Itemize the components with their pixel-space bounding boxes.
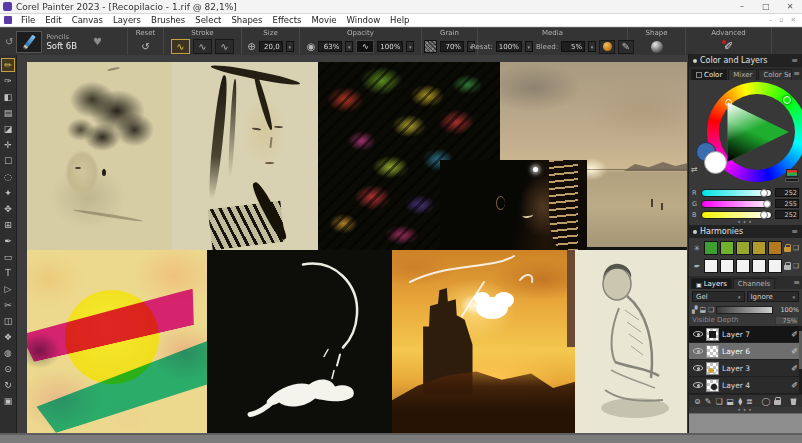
size-field[interactable]: 20,0 [259, 41, 283, 52]
visible-depth-value[interactable]: 75% [775, 316, 799, 325]
menu-help[interactable]: Help [385, 15, 414, 25]
harmony-pen-icon[interactable]: ✒ [692, 262, 702, 271]
red-value[interactable]: 252 [775, 188, 799, 197]
menu-select[interactable]: Select [190, 15, 226, 25]
paper-selector[interactable]: ▤ [1, 105, 16, 121]
tab-mixer[interactable]: Mixer [728, 69, 757, 80]
lock-pick-icon[interactable]: ▞ [692, 306, 697, 314]
swap-colors-icon[interactable]: ⇄ [691, 165, 698, 174]
menu-window[interactable]: Window [342, 15, 386, 25]
harmony-swatch[interactable] [736, 241, 750, 255]
canvas-document[interactable] [27, 62, 687, 433]
favorite-brush-icon[interactable]: ♥ [93, 36, 102, 47]
resat-field[interactable]: 100% [496, 41, 522, 52]
magnifier-tool[interactable]: ⊙ [1, 361, 16, 377]
harmony-swatch[interactable] [768, 241, 782, 255]
red-slider-knob[interactable] [760, 189, 768, 197]
advanced-brush-icon[interactable]: ✐ [724, 40, 733, 53]
copy-harmony-icon[interactable]: ❏ [793, 244, 799, 252]
doc-restore-button[interactable]: ▫ [779, 16, 783, 24]
new-mask-icon[interactable]: ◯ [761, 397, 770, 406]
size-stepper[interactable]: ▾ [286, 41, 294, 52]
delete-layer-icon[interactable] [790, 397, 797, 405]
lock-icon[interactable] [784, 265, 791, 270]
harmony-swatch[interactable] [768, 259, 782, 273]
layer-adjuster-tool[interactable]: ✛ [1, 137, 16, 153]
brush-history-icon[interactable]: ↺ [5, 36, 13, 47]
bleed-stepper[interactable]: ▾ [588, 41, 596, 52]
layer-opacity-slider[interactable] [716, 306, 773, 314]
harmony-swatch[interactable] [720, 241, 734, 255]
color-stamp-icon[interactable] [785, 178, 799, 182]
doc-close-button[interactable]: ✕ [791, 16, 796, 24]
dab-shape-icon[interactable] [651, 41, 663, 53]
shape-select-tool[interactable]: ▷ [1, 281, 16, 297]
harmonies-menu-icon[interactable]: ≡ [791, 227, 798, 236]
text-tool[interactable]: T [1, 265, 16, 281]
mirror-painting-tool[interactable]: ◫ [1, 313, 16, 329]
resat-stepper[interactable]: ▾ [525, 41, 533, 52]
dynamic-plugins-icon[interactable]: ⊜ [694, 397, 701, 406]
layer-row-4[interactable]: Layer 4 ✐ [689, 377, 802, 394]
harmony-swatch[interactable] [752, 259, 766, 273]
green-slider-knob[interactable] [763, 200, 771, 208]
brush-selector[interactable] [16, 31, 42, 53]
eraser-tool[interactable]: ◪ [1, 121, 16, 137]
menu-edit[interactable]: Edit [40, 15, 66, 25]
opacity-expression-stepper[interactable]: ▾ [406, 41, 414, 52]
convert-layer-icon[interactable]: ⬓ [727, 397, 735, 406]
harmony-swatch[interactable] [704, 241, 718, 255]
media-dab-button[interactable] [599, 40, 615, 54]
blue-value[interactable]: 252 [775, 210, 799, 219]
bleed-field[interactable]: 5% [561, 41, 585, 52]
composite-method-dropdown[interactable]: Gel▾ [692, 291, 745, 302]
grain-field[interactable]: 70% [440, 41, 464, 52]
brush-tool[interactable]: ✏ [1, 58, 15, 72]
maximize-button[interactable]: □ [754, 0, 778, 13]
visibility-eye-icon[interactable] [693, 382, 703, 388]
cloner-tool[interactable]: ◍ [1, 345, 16, 361]
lasso-tool[interactable]: ◌ [1, 169, 16, 185]
tab-color[interactable]: Color [691, 69, 727, 80]
blue-slider-knob[interactable] [760, 211, 768, 219]
navigator-toggle[interactable]: ▣ [1, 393, 16, 409]
transform-tool[interactable]: ✥ [1, 201, 16, 217]
hue-marker[interactable] [783, 96, 791, 104]
scissors-tool[interactable]: ✂ [1, 297, 16, 313]
menu-canvas[interactable]: Canvas [67, 15, 108, 25]
harmony-swatch[interactable] [752, 241, 766, 255]
color-tabs-menu-icon[interactable]: ≡ [793, 69, 800, 78]
panel-menu-icon[interactable]: ≡ [791, 56, 798, 65]
reset-brush-icon[interactable]: ↺ [141, 42, 149, 52]
doc-minimize-button[interactable]: – [769, 16, 772, 24]
close-button[interactable]: ✕ [778, 0, 802, 13]
layer-opacity-value[interactable]: 100% [775, 306, 799, 314]
menu-brushes[interactable]: Brushes [146, 15, 190, 25]
kaleidoscope-tool[interactable]: ❖ [1, 329, 16, 345]
red-slider[interactable] [701, 189, 772, 197]
opacity-expression-field[interactable]: 100% [377, 41, 403, 52]
tab-layers[interactable]: ▣Layers [691, 278, 732, 289]
opacity-expression-icon[interactable]: ∿ [356, 40, 374, 53]
pickup-underlying-icon[interactable]: ❏ [708, 306, 714, 314]
new-layer-icon[interactable]: ≣ [746, 397, 753, 406]
tab-channels[interactable]: Channels [733, 278, 775, 289]
composite-depth-dropdown[interactable]: Ignore▾ [747, 291, 800, 302]
restore-default-icon[interactable]: ✎ [705, 397, 712, 406]
stroke-type-freehand-button[interactable]: ∿ [171, 39, 190, 54]
primary-color-swatch[interactable] [704, 151, 727, 174]
green-slider[interactable] [701, 200, 772, 208]
pen-tool[interactable]: ✒ [1, 233, 16, 249]
copy-harmony-icon[interactable]: ❏ [793, 262, 799, 270]
layer-row-6[interactable]: Layer 6 ✐ [689, 343, 802, 360]
stroke-type-straight-button[interactable]: ∿ [193, 39, 212, 54]
lock-icon[interactable] [784, 247, 791, 252]
visibility-eye-icon[interactable] [693, 331, 703, 337]
layers-menu-icon[interactable]: ≡ [793, 278, 800, 287]
blue-slider[interactable] [701, 211, 772, 219]
rect-shape-tool[interactable]: ▭ [1, 249, 16, 265]
preserve-transparency-icon[interactable]: ⬓ [699, 306, 706, 314]
menu-effects[interactable]: Effects [268, 15, 307, 25]
visibility-eye-icon[interactable] [693, 365, 703, 371]
harmony-spray-icon[interactable]: ✳ [692, 244, 702, 253]
